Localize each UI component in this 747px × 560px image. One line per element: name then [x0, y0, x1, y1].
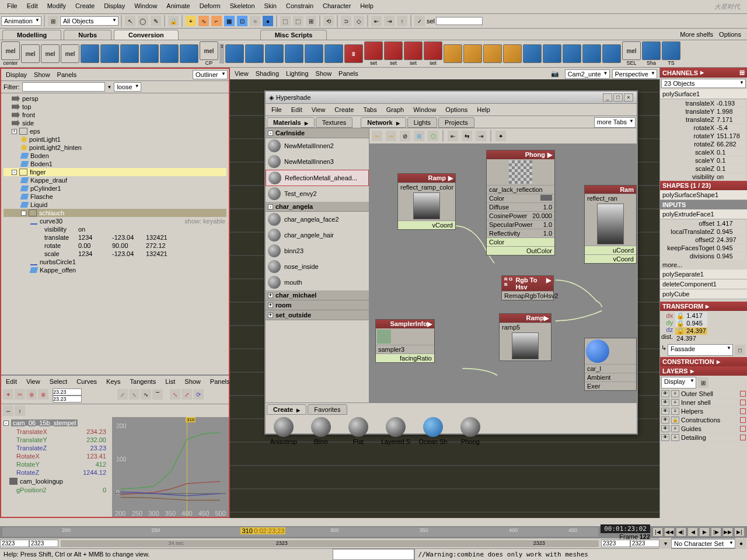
- channel-attr[interactable]: rotateZ66.282: [660, 140, 747, 148]
- ge-edit[interactable]: Edit: [2, 377, 20, 386]
- expander-icon[interactable]: +: [21, 211, 26, 216]
- play-back-btn[interactable]: ◀: [687, 527, 698, 537]
- snap-point-icon[interactable]: ⌐: [211, 15, 222, 27]
- material-item[interactable]: binn23: [266, 243, 369, 259]
- hs-inout-icon[interactable]: ⇆: [461, 130, 473, 142]
- channel-row[interactable]: TranslateZ23.23: [2, 444, 111, 452]
- menu-display[interactable]: Display: [99, 1, 130, 12]
- sel-lasso-icon[interactable]: ◯: [137, 15, 149, 27]
- node-rgbhsv[interactable]: R G BRgb To Hsv▶ RemapRgbToHsv2: [501, 275, 554, 300]
- shelf-tab-modelling[interactable]: Modelling: [2, 30, 61, 40]
- layer-row[interactable]: 👁≡Guides: [660, 425, 747, 433]
- shelf-mel2-icon[interactable]: mel: [21, 44, 40, 63]
- hs-tab-projects[interactable]: Projects: [438, 117, 474, 128]
- ge-inf1-icon[interactable]: ⤡: [169, 388, 181, 400]
- layer-color[interactable]: [740, 400, 746, 405]
- ge-tangents[interactable]: Tangents: [127, 377, 160, 386]
- lock-icon[interactable]: 🔒: [167, 15, 179, 27]
- channel-attr[interactable]: offset224.397: [660, 236, 747, 244]
- channel-row[interactable]: RotateY412: [2, 460, 111, 468]
- ge-tan3-icon[interactable]: ∿: [140, 388, 152, 400]
- charset-combo[interactable]: No Character Set: [671, 539, 735, 548]
- outliner-display-menu[interactable]: Display: [2, 70, 30, 79]
- shelf-cube3-icon[interactable]: [120, 44, 139, 63]
- outliner-item[interactable]: pointLight1: [4, 135, 226, 144]
- loose-combo[interactable]: loose: [114, 82, 141, 92]
- shelf-set2-icon[interactable]: [384, 41, 403, 60]
- menu-edit[interactable]: Edit: [22, 1, 43, 12]
- shelf-cube2-icon[interactable]: [100, 44, 119, 63]
- ge-keys[interactable]: Keys: [103, 377, 124, 386]
- layers-header[interactable]: LAYERS▶: [660, 366, 747, 376]
- channel-attr[interactable]: keepFacesToget0.945: [660, 244, 747, 252]
- ramp1-out[interactable]: vCoord: [398, 220, 455, 229]
- hs-graphmat-icon[interactable]: ⬡: [427, 130, 439, 142]
- shelf-b1-icon[interactable]: [225, 44, 244, 63]
- menu-create[interactable]: Create: [71, 1, 99, 12]
- create-material[interactable]: Layered S: [380, 417, 411, 445]
- shelf-mel4-icon[interactable]: mel: [61, 44, 79, 63]
- visibility-icon[interactable]: 👁: [661, 390, 669, 397]
- shelf-c2-icon[interactable]: [543, 44, 561, 63]
- node-phong[interactable]: Phong▶ car_lack_reflection Color Diffuse…: [486, 150, 555, 256]
- attr-row[interactable]: translate1234-123.04132421: [4, 233, 226, 242]
- dx-val[interactable]: 1.417: [686, 312, 703, 319]
- hs-clear-icon[interactable]: ⊘: [399, 130, 411, 142]
- channel-row[interactable]: TranslateY232.00: [2, 436, 111, 444]
- material-item[interactable]: NewMetallInnen3: [266, 154, 369, 170]
- material-item[interactable]: NewMetallInnen2: [266, 138, 369, 154]
- autokey-icon[interactable]: ●: [735, 538, 747, 550]
- material-section[interactable]: -char_angela: [266, 202, 369, 212]
- go-start-btn[interactable]: |◀: [652, 527, 663, 537]
- up-node-icon[interactable]: ↑: [396, 15, 408, 27]
- shelf-b5-icon[interactable]: [305, 44, 323, 63]
- time-marker[interactable]: 310: [186, 417, 196, 422]
- material-section[interactable]: -CarInside: [266, 128, 369, 138]
- fassade-opt-icon[interactable]: □: [734, 344, 746, 356]
- ge-select[interactable]: Select: [46, 377, 71, 386]
- material-section[interactable]: +char_michael: [266, 290, 369, 300]
- node-ramp3[interactable]: Ram reflect_ran uCoord vCoord: [584, 185, 637, 264]
- shelf-o4-icon[interactable]: [503, 44, 522, 63]
- shelf-options-link[interactable]: Options: [719, 31, 741, 38]
- ge-stat1[interactable]: [53, 388, 82, 396]
- mel-input[interactable]: [333, 549, 414, 560]
- channel-row[interactable]: RotateX123.41: [2, 452, 111, 460]
- shelf-tab-nurbs[interactable]: Nurbs: [64, 30, 111, 40]
- vp-panels[interactable]: Panels: [335, 69, 362, 78]
- outliner-tree[interactable]: persptopfrontside+epspointLight1pointLig…: [1, 93, 229, 374]
- hs-options[interactable]: Options: [441, 105, 472, 114]
- persp-combo[interactable]: Perspective: [612, 69, 657, 79]
- layer-color[interactable]: [740, 391, 746, 397]
- hs-tab-network[interactable]: Network▶: [361, 117, 406, 128]
- range-start[interactable]: [0, 540, 29, 547]
- highlight-icon[interactable]: +: [185, 15, 197, 27]
- ge-key2-icon[interactable]: ✂: [14, 388, 26, 400]
- hist2[interactable]: deleteComponent1: [660, 279, 747, 289]
- mode-selector[interactable]: Animation: [1, 16, 41, 26]
- material-section[interactable]: +set_outside: [266, 310, 369, 320]
- layer-type-icon[interactable]: ≡: [671, 399, 679, 406]
- snap2-icon[interactable]: ◇: [353, 15, 365, 27]
- material-item[interactable]: nose_inside: [266, 259, 369, 275]
- ge-gpos[interactable]: gPosition2: [16, 487, 46, 494]
- channel-attr[interactable]: offset1.417: [660, 219, 747, 228]
- channel-attr[interactable]: visibilityon: [660, 173, 747, 181]
- node-ramp1[interactable]: Ramp▶ reflect_ramp_color vCoord: [397, 173, 456, 230]
- ge-buf2-icon[interactable]: ↕: [14, 405, 26, 416]
- ge-panels[interactable]: Panels: [207, 377, 233, 386]
- layer-row[interactable]: 👁≡Inner shell: [660, 398, 747, 407]
- dz-val[interactable]: 24.397: [686, 327, 706, 334]
- visibility-icon[interactable]: 👁: [661, 399, 669, 406]
- outliner-item[interactable]: Boden1: [4, 160, 226, 168]
- ge-view[interactable]: View: [23, 377, 44, 386]
- hs-in-icon[interactable]: ⇤: [447, 130, 459, 142]
- play-fwd-btn[interactable]: ▶: [699, 527, 710, 537]
- material-item[interactable]: Test_envy2: [266, 186, 369, 202]
- step-back-btn[interactable]: ◀◀: [664, 527, 675, 537]
- channel-row[interactable]: RotateZ1244.12: [2, 468, 111, 477]
- shelf-c1-icon[interactable]: [523, 44, 542, 63]
- sel-arrow-icon[interactable]: ↖: [124, 15, 136, 27]
- keyable-label[interactable]: show: keyable: [184, 218, 225, 225]
- shelf-set4-icon[interactable]: [424, 41, 442, 60]
